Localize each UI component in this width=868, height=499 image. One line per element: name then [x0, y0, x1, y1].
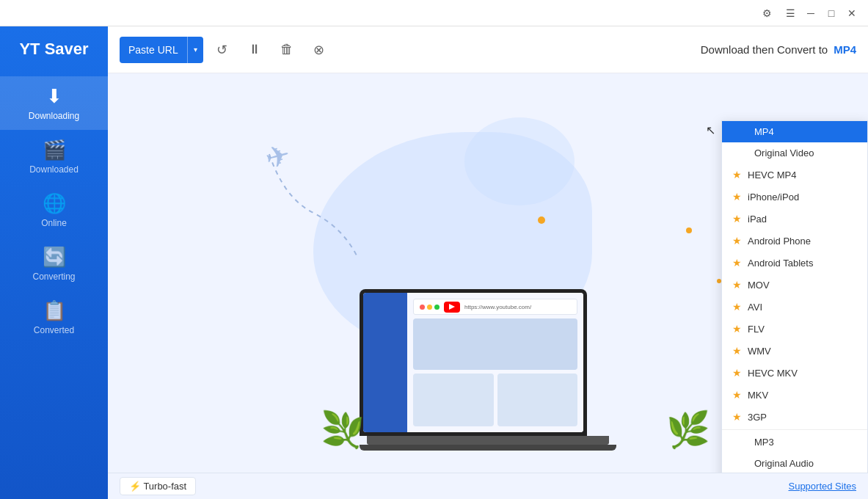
paste-url-dropdown-arrow[interactable]: ▾: [188, 37, 203, 63]
dropdown-item-label: HEVC MP4: [748, 170, 796, 181]
paste-url-label: Paste URL: [120, 37, 188, 63]
settings-button[interactable]: ⊗: [306, 37, 332, 63]
pause-button[interactable]: ⏸: [241, 37, 268, 63]
dropdown-item-label: WMV: [748, 346, 771, 357]
sidebar: YT Saver ⬇ Downloading 🎬 Downloaded 🌐 On…: [0, 26, 108, 499]
dropdown-item-label: Original Video: [754, 147, 814, 159]
sidebar-item-downloaded[interactable]: 🎬 Downloaded: [0, 130, 108, 183]
blob-small-decoration: [464, 117, 575, 205]
dropdown-item-original-video[interactable]: Original Video: [722, 142, 867, 164]
dropdown-item-label: iPad: [748, 214, 767, 225]
sidebar-item-converting[interactable]: 🔄 Converting: [0, 237, 108, 291]
laptop-stand: [360, 445, 616, 451]
dropdown-item-avi[interactable]: ★AVI: [722, 296, 867, 318]
dropdown-item-mp4[interactable]: MP4: [722, 121, 867, 142]
maximize-button[interactable]: □: [821, 3, 842, 23]
format-selector-link[interactable]: MP4: [834, 43, 856, 56]
dropdown-item-wmv[interactable]: ★WMV: [722, 340, 867, 362]
dot-yellow: [427, 305, 432, 310]
star-icon: ★: [732, 367, 742, 379]
app-layout: YT Saver ⬇ Downloading 🎬 Downloaded 🌐 On…: [0, 26, 868, 499]
dot-red: [420, 305, 425, 310]
close-button[interactable]: ✕: [842, 3, 862, 23]
sidebar-item-online[interactable]: 🌐 Online: [0, 183, 108, 237]
laptop-screen-frame: https://www.youtube.com/: [360, 289, 587, 436]
screen-large-thumb: [413, 318, 577, 370]
play-triangle: [449, 304, 455, 310]
dropdown-item-original-audio[interactable]: Original Audio: [722, 453, 867, 473]
dropdown-item-flv[interactable]: ★FLV: [722, 318, 867, 340]
dropdown-item-label: MKV: [748, 390, 768, 401]
dropdown-item-hevc-mkv[interactable]: ★HEVC MKV: [722, 362, 867, 384]
paste-url-button[interactable]: Paste URL ▾: [120, 37, 203, 63]
convert-icon: 🔄: [43, 246, 66, 269]
sidebar-label-downloading: Downloading: [29, 111, 79, 121]
screen-thumb-1: [413, 374, 494, 426]
bottom-bar: ⚡ Turbo-fast Supported Sites: [108, 473, 868, 499]
plant-right: 🌿: [666, 409, 710, 451]
dropdown-item-label: iPhone/iPod: [748, 192, 799, 203]
screen-small-thumbs: [413, 374, 577, 426]
star-icon: ★: [732, 235, 742, 247]
screen-content: https://www.youtube.com/: [407, 293, 583, 432]
dot-green: [434, 305, 440, 310]
star-icon: ★: [732, 257, 742, 269]
dropdown-item-iphone-ipod[interactable]: ★iPhone/iPod: [722, 186, 867, 208]
dropdown-item-3gp[interactable]: ★3GP: [722, 406, 867, 428]
screen-address-bar: https://www.youtube.com/: [413, 299, 577, 315]
star-icon: ★: [732, 323, 742, 335]
dropdown-item-label: Android Tablets: [748, 258, 813, 269]
sidebar-item-downloading[interactable]: ⬇ Downloading: [0, 76, 108, 130]
dropdown-item-label: MP4: [754, 126, 774, 137]
dropdown-item-label: AVI: [748, 302, 762, 313]
dropdown-item-label: MOV: [748, 280, 770, 291]
dropdown-item-mp3[interactable]: MP3: [722, 431, 867, 453]
gear-button[interactable]: ⚙: [756, 3, 777, 23]
sidebar-label-converting: Converting: [32, 272, 75, 282]
laptop-screen: https://www.youtube.com/: [363, 293, 583, 432]
star-icon: ★: [732, 301, 742, 313]
supported-sites-link[interactable]: Supported Sites: [788, 481, 856, 492]
dropdown-item-mkv[interactable]: ★MKV: [722, 384, 867, 406]
dashed-path-svg: [255, 139, 416, 272]
dropdown-item-android-tablets[interactable]: ★Android Tablets: [722, 252, 867, 274]
refresh-button[interactable]: ↺: [209, 37, 236, 63]
delete-button[interactable]: 🗑: [274, 37, 300, 63]
plant-left: 🌿: [321, 409, 365, 451]
menu-button[interactable]: ☰: [780, 3, 800, 23]
star-icon: ★: [732, 191, 742, 203]
dropdown-item-android-phone[interactable]: ★Android Phone: [722, 230, 867, 252]
toolbar-left: Paste URL ▾ ↺ ⏸ 🗑 ⊗: [120, 37, 332, 63]
dot-orange-1: [538, 216, 545, 224]
dot-orange-3: [686, 227, 692, 233]
dropdown-item-label: 3GP: [748, 412, 767, 423]
sidebar-label-online: Online: [41, 218, 67, 228]
turbo-badge: ⚡ Turbo-fast: [120, 477, 196, 495]
dropdown-item-hevc-mp4[interactable]: ★HEVC MP4: [722, 164, 867, 186]
format-dropdown: MP4Original Video★HEVC MP4★iPhone/iPod★i…: [721, 120, 868, 473]
minimize-button[interactable]: ─: [800, 3, 821, 23]
toolbar-right: Download then Convert to MP4: [701, 43, 856, 56]
video-icon: 🎬: [43, 139, 66, 161]
globe-icon: 🌐: [43, 192, 66, 215]
star-icon: ★: [732, 411, 742, 423]
screen-sidebar: [363, 293, 407, 432]
app-title: YT Saver: [19, 34, 88, 65]
dropdown-item-label: FLV: [748, 324, 765, 335]
url-text: https://www.youtube.com/: [464, 304, 531, 310]
star-icon: ★: [732, 345, 742, 357]
dropdown-item-label: Original Audio: [754, 458, 814, 469]
sidebar-item-converted[interactable]: 📋 Converted: [0, 291, 108, 344]
cursor-indicator: ↖: [706, 123, 715, 137]
dropdown-item-ipad[interactable]: ★iPad: [722, 208, 867, 230]
star-icon: ★: [732, 389, 742, 401]
main-area: Paste URL ▾ ↺ ⏸ 🗑 ⊗ Download then Conver…: [108, 26, 868, 499]
download-icon: ⬇: [46, 85, 62, 108]
dropdown-separator: [722, 429, 867, 430]
title-bar: ⚙ ☰ ─ □ ✕: [0, 0, 868, 26]
sidebar-label-downloaded: Downloaded: [29, 164, 79, 175]
laptop-illustration: https://www.youtube.com/: [360, 289, 616, 451]
list-icon: 📋: [43, 299, 66, 322]
star-icon: ★: [732, 213, 742, 225]
dropdown-item-mov[interactable]: ★MOV: [722, 274, 867, 296]
